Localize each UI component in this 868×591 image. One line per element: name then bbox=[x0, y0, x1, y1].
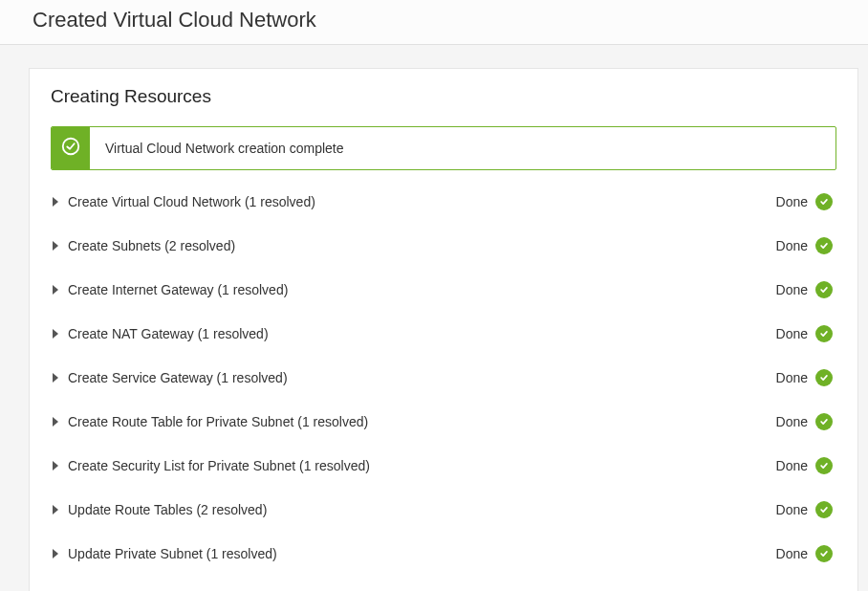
step-label: Create Subnets (2 resolved) bbox=[68, 238, 776, 253]
step-label: Create NAT Gateway (1 resolved) bbox=[68, 326, 776, 341]
page-header: Created Virtual Cloud Network bbox=[0, 0, 868, 45]
step-item[interactable]: Update Route Tables (2 resolved) Done bbox=[51, 488, 836, 532]
step-status: Done bbox=[776, 238, 808, 253]
check-circle-icon bbox=[60, 136, 81, 161]
check-icon bbox=[815, 413, 833, 430]
step-label: Update Private Subnet (1 resolved) bbox=[68, 546, 776, 561]
creating-resources-card: Creating Resources Virtual Cloud Network… bbox=[29, 68, 858, 591]
step-label: Create Route Table for Private Subnet (1… bbox=[68, 414, 776, 429]
check-icon bbox=[815, 457, 833, 474]
caret-right-icon bbox=[53, 285, 58, 295]
step-item[interactable]: Create Virtual Cloud Network (1 resolved… bbox=[51, 180, 836, 224]
step-label: Create Internet Gateway (1 resolved) bbox=[68, 282, 776, 297]
caret-right-icon bbox=[53, 417, 58, 427]
caret-right-icon bbox=[53, 329, 58, 339]
step-status: Done bbox=[776, 546, 808, 561]
step-item[interactable]: Create Service Gateway (1 resolved) Done bbox=[51, 356, 836, 400]
step-item[interactable]: Create NAT Gateway (1 resolved) Done bbox=[51, 312, 836, 356]
check-icon bbox=[815, 501, 833, 518]
step-status: Done bbox=[776, 458, 808, 473]
step-label: Create Security List for Private Subnet … bbox=[68, 458, 776, 473]
caret-right-icon bbox=[53, 549, 58, 558]
step-status: Done bbox=[776, 194, 808, 209]
step-label: Create Virtual Cloud Network (1 resolved… bbox=[68, 194, 776, 209]
step-list: Create Virtual Cloud Network (1 resolved… bbox=[51, 180, 836, 576]
step-item[interactable]: Create Security List for Private Subnet … bbox=[51, 444, 836, 488]
page-title: Created Virtual Cloud Network bbox=[33, 8, 835, 33]
caret-right-icon bbox=[53, 373, 58, 383]
check-icon bbox=[815, 369, 833, 386]
caret-right-icon bbox=[53, 197, 58, 207]
step-status: Done bbox=[776, 282, 808, 297]
banner-icon-box bbox=[52, 127, 90, 169]
check-icon bbox=[815, 193, 833, 210]
caret-right-icon bbox=[53, 241, 58, 251]
caret-right-icon bbox=[53, 461, 58, 471]
step-item[interactable]: Create Route Table for Private Subnet (1… bbox=[51, 400, 836, 444]
check-icon bbox=[815, 325, 833, 342]
svg-point-0 bbox=[63, 139, 79, 155]
step-item[interactable]: Update Private Subnet (1 resolved) Done bbox=[51, 532, 836, 576]
step-label: Create Service Gateway (1 resolved) bbox=[68, 370, 776, 385]
step-item[interactable]: Create Internet Gateway (1 resolved) Don… bbox=[51, 268, 836, 312]
step-status: Done bbox=[776, 326, 808, 341]
step-status: Done bbox=[776, 414, 808, 429]
step-status: Done bbox=[776, 370, 808, 385]
check-icon bbox=[815, 237, 833, 254]
check-icon bbox=[815, 281, 833, 298]
success-banner: Virtual Cloud Network creation complete bbox=[51, 126, 836, 170]
caret-right-icon bbox=[53, 505, 58, 514]
check-icon bbox=[815, 545, 833, 562]
step-status: Done bbox=[776, 502, 808, 517]
step-label: Update Route Tables (2 resolved) bbox=[68, 502, 776, 517]
banner-message: Virtual Cloud Network creation complete bbox=[90, 127, 359, 169]
step-item[interactable]: Create Subnets (2 resolved) Done bbox=[51, 224, 836, 268]
card-title: Creating Resources bbox=[51, 86, 836, 107]
